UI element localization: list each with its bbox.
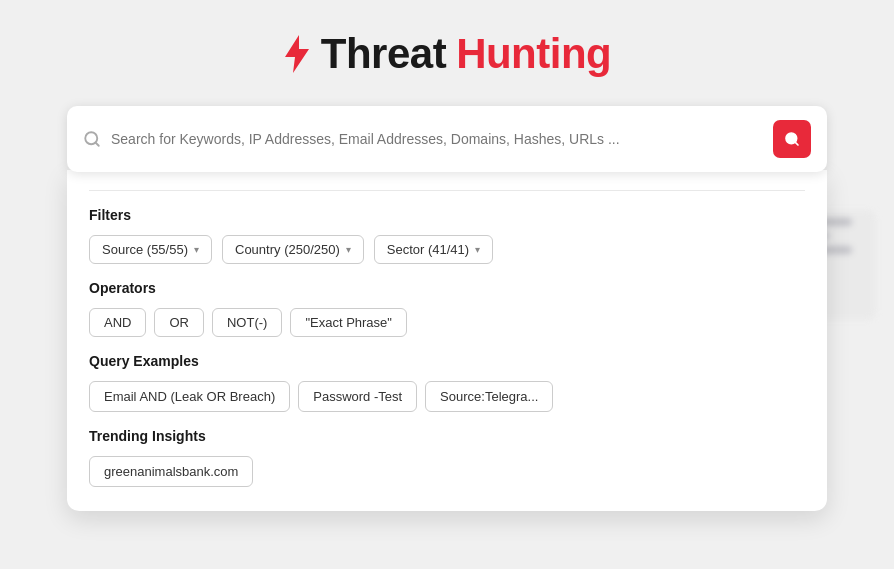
trending-insights-section: Trending Insights greenanimalsbank.com <box>89 428 805 487</box>
operators-label: Operators <box>89 280 805 296</box>
query-examples-label: Query Examples <box>89 353 805 369</box>
dropdown-panel: Filters Source (55/55) ▾ Country (250/25… <box>67 170 827 511</box>
operator-chips-container: AND OR NOT(-) "Exact Phrase" <box>89 308 805 337</box>
chevron-down-icon: ▾ <box>475 244 480 255</box>
query-chip-source[interactable]: Source:Telegra... <box>425 381 553 412</box>
bolt-icon <box>283 34 311 74</box>
filter-chip-country[interactable]: Country (250/250) ▾ <box>222 235 364 264</box>
title-hunting: Hunting <box>456 30 611 78</box>
query-chip-password[interactable]: Password -Test <box>298 381 417 412</box>
chevron-down-icon: ▾ <box>346 244 351 255</box>
svg-line-2 <box>95 142 98 145</box>
search-bar <box>67 106 827 172</box>
page-wrapper: Threat Hunting Filters Source (55/55) ▾ <box>0 0 894 569</box>
search-button[interactable] <box>773 120 811 158</box>
svg-line-4 <box>795 142 798 145</box>
filters-divider <box>89 190 805 191</box>
svg-marker-0 <box>285 35 309 73</box>
operator-or[interactable]: OR <box>154 308 204 337</box>
operators-section: Operators AND OR NOT(-) "Exact Phrase" <box>89 280 805 337</box>
search-icon <box>83 130 101 148</box>
operator-exact[interactable]: "Exact Phrase" <box>290 308 407 337</box>
search-input[interactable] <box>111 131 763 147</box>
operator-not[interactable]: NOT(-) <box>212 308 282 337</box>
query-examples-section: Query Examples Email AND (Leak OR Breach… <box>89 353 805 412</box>
query-chip-email[interactable]: Email AND (Leak OR Breach) <box>89 381 290 412</box>
filter-chip-source[interactable]: Source (55/55) ▾ <box>89 235 212 264</box>
filter-chips-container: Source (55/55) ▾ Country (250/250) ▾ Sec… <box>89 235 805 264</box>
trending-chips-container: greenanimalsbank.com <box>89 456 805 487</box>
trending-insights-label: Trending Insights <box>89 428 805 444</box>
title-threat: Threat <box>321 30 446 78</box>
operator-and[interactable]: AND <box>89 308 146 337</box>
title-area: Threat Hunting <box>283 30 611 78</box>
trending-chip-bank[interactable]: greenanimalsbank.com <box>89 456 253 487</box>
chevron-down-icon: ▾ <box>194 244 199 255</box>
query-chips-container: Email AND (Leak OR Breach) Password -Tes… <box>89 381 805 412</box>
filter-chip-sector[interactable]: Sector (41/41) ▾ <box>374 235 493 264</box>
filters-label: Filters <box>89 207 805 223</box>
